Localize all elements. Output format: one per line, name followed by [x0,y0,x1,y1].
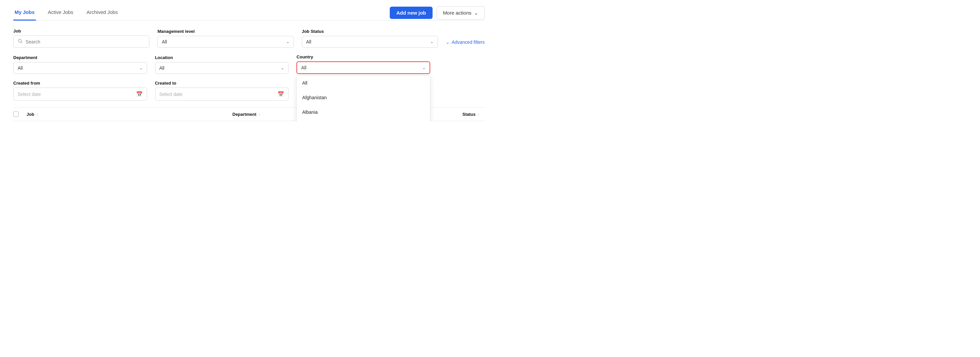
country-select[interactable]: All ⌄ [296,61,430,74]
department-label: Department [13,55,147,60]
filter-row-2: Department All ⌄ Location All ⌄ Country … [13,54,485,74]
job-status-filter-group: Job Status All ⌄ [302,29,438,48]
location-filter-group: Location All ⌄ [155,55,289,74]
management-level-filter-group: Management level All ⌄ [158,29,293,48]
created-from-filter-group: Created from Select date 📅 [13,81,147,100]
chevron-down-icon: ⌄ [422,65,426,70]
sort-icon: ↕ [258,112,260,116]
filter-row-1: Job Management level All ⌄ [13,29,485,48]
job-filter-label: Job [13,29,150,33]
header-row: My Jobs Active Jobs Archived Jobs Add ne… [13,0,485,21]
location-label: Location [155,55,289,60]
table-header-checkbox[interactable] [13,111,27,117]
table-col-job[interactable]: Job ↕ [27,111,232,117]
calendar-icon: 📅 [278,91,284,97]
country-dropdown-menu: All Afghanistan Albania Algeria [296,75,430,121]
created-from-label: Created from [13,81,147,86]
created-to-filter-group: Created to Select date 📅 [155,81,289,100]
country-option-afghanistan[interactable]: Afghanistan [297,90,430,105]
created-to-label: Created to [155,81,289,86]
created-from-date-input[interactable]: Select date 📅 [13,87,147,100]
country-option-albania[interactable]: Albania [297,105,430,119]
sort-icon: ↕ [478,112,480,116]
job-status-label: Job Status [302,29,438,34]
chevron-down-icon: ⌄ [430,40,434,44]
department-select[interactable]: All ⌄ [13,62,147,74]
chevron-down-icon: ⌄ [286,40,290,44]
country-option-all[interactable]: All [297,76,430,90]
sort-icon: ↕ [36,112,38,116]
job-filter-group: Job [13,29,150,48]
chevron-down-icon: ⌄ [474,10,478,16]
select-all-checkbox[interactable] [13,111,19,117]
management-level-select[interactable]: All ⌄ [158,36,293,48]
filters-section: Job Management level All ⌄ [13,21,485,100]
tab-bar: My Jobs Active Jobs Archived Jobs [13,5,119,20]
more-actions-button[interactable]: More actions ⌄ [437,6,485,19]
header-actions: Add new job More actions ⌄ [390,6,485,19]
tab-active-jobs[interactable]: Active Jobs [46,5,75,21]
job-search-wrapper[interactable] [13,35,150,48]
job-search-input[interactable] [25,39,145,44]
chevron-down-icon: ⌄ [446,40,450,45]
advanced-filters-link[interactable]: ⌄ Advanced filters [446,40,485,48]
tab-archived-jobs[interactable]: Archived Jobs [85,5,119,21]
country-filter-group: Country All ⌄ All Afghanistan Albania [296,54,430,74]
chevron-down-icon: ⌄ [140,66,143,70]
department-filter-group: Department All ⌄ [13,55,147,74]
location-select[interactable]: All ⌄ [155,62,289,74]
search-icon [18,38,23,45]
created-to-date-input[interactable]: Select date 📅 [155,87,289,100]
chevron-down-icon: ⌄ [281,66,284,70]
add-new-job-button[interactable]: Add new job [390,6,433,19]
country-label: Country [296,54,430,59]
job-status-select[interactable]: All ⌄ [302,36,438,48]
country-option-algeria[interactable]: Algeria [297,119,430,121]
management-level-label: Management level [158,29,293,34]
calendar-icon: 📅 [136,91,143,97]
tab-my-jobs[interactable]: My Jobs [13,5,36,21]
